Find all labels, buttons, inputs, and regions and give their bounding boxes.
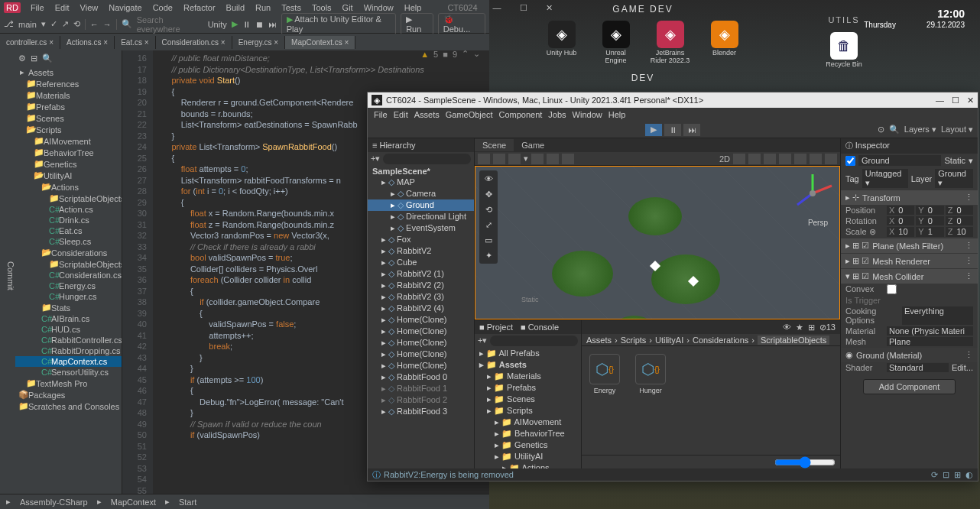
tree-item[interactable]: 📁TextMesh Pro <box>15 378 122 389</box>
editor-tab[interactable]: controller.cs × <box>0 36 60 49</box>
layer-dropdown[interactable]: Ground ▾ <box>935 169 973 188</box>
editor-tab[interactable]: Consideration.cs × <box>156 36 232 49</box>
breadcrumb-item[interactable]: Scripts <box>621 336 647 345</box>
tree-item[interactable]: 📂Considerations <box>15 247 122 258</box>
tag-dropdown[interactable]: Untagged ▾ <box>862 169 908 188</box>
tree-item[interactable]: C#Sleep.cs <box>15 236 122 247</box>
tree-item[interactable]: 📁Genetics <box>15 158 122 170</box>
recycle-bin[interactable]: 🗑 Recycle Bin <box>823 32 865 69</box>
project-tree-item[interactable]: ▸ 📁 Prefabs <box>475 382 581 394</box>
hierarchy-add-icon[interactable]: +▾ <box>371 154 380 164</box>
ide-menu-item[interactable]: Window <box>359 2 398 14</box>
attach-button[interactable]: ▶ Attach to Unity Editor & Play <box>281 13 396 35</box>
close-icon[interactable]: ✕ <box>967 96 974 105</box>
editor-tab[interactable]: MapContext.cs × <box>285 36 355 49</box>
run-button[interactable]: ▶ Run <box>401 13 433 35</box>
project-tree-item[interactable]: ▸ 📁 Genetics <box>475 439 581 451</box>
scene-viewport[interactable]: Static 👁✥⟲⤢▭✦ Persp <box>475 166 840 319</box>
solution-explorer[interactable]: ⚙⊟🔍 ▸Assets📁References📁Materials📁Prefabs… <box>15 50 122 494</box>
tree-item[interactable]: 📁Stats <box>15 302 122 313</box>
scene-game-tabs[interactable]: Scene Game <box>475 138 840 152</box>
tree-item[interactable]: 📂UtilityAI <box>15 170 122 181</box>
hierarchy-item[interactable]: ▸ ◇ Camera <box>368 188 474 199</box>
hierarchy-item[interactable]: ▸ ◇ RabbitFood 2 <box>368 394 474 406</box>
unity-menu-item[interactable]: Help <box>608 110 626 119</box>
mesh-collider-header[interactable]: ▾ ⊞ ☑ Mesh Collider⋮ <box>841 269 978 284</box>
tree-item[interactable]: C#SensorUtility.cs <box>15 367 122 378</box>
tree-item[interactable]: 📁AIMovement <box>15 135 122 147</box>
mesh-filter-header[interactable]: ▸ ⊞ ☑ Plane (Mesh Filter)⋮ <box>841 238 978 253</box>
tree-item[interactable]: C#Energy.cs <box>15 280 122 291</box>
tree-item[interactable]: 📂Scripts <box>15 124 122 135</box>
maximize-icon[interactable]: ☐ <box>952 96 959 105</box>
line-gutter[interactable]: 1617181920212223242526272829303132333435… <box>122 50 153 494</box>
hierarchy-item[interactable]: ▸ ◇ RabbitFood 1 <box>368 383 474 394</box>
ide-left-gutter[interactable]: CommitPull RequestsStructureBookmarks <box>0 50 15 494</box>
project-tree-item[interactable]: ▸ 📁 AIMovement <box>475 417 581 428</box>
material-field[interactable]: None (Physic Materi <box>887 326 973 336</box>
hierarchy-item[interactable]: ▸ ◇ RabbitFood 0 <box>368 371 474 383</box>
cooking-dropdown[interactable]: Everything <box>902 306 973 325</box>
ide-menu-item[interactable]: Build <box>222 2 249 14</box>
editor-tab[interactable]: Energy.cs × <box>232 36 285 49</box>
tree-item[interactable]: C#RabbitController.cs <box>15 335 122 345</box>
hierarchy-item[interactable]: ▸ ◇ RabbitV2 (4) <box>368 303 474 314</box>
project-tree-item[interactable]: ▸ 📁 Actions <box>475 462 581 468</box>
tree-item[interactable]: ▸Assets <box>15 66 122 78</box>
hierarchy-item[interactable]: ▸ ◇ Ground <box>368 199 474 211</box>
gameobject-name-field[interactable]: Ground <box>858 155 941 166</box>
minimize-icon[interactable]: — <box>936 96 944 105</box>
add-component-button[interactable]: Add Component <box>863 379 956 394</box>
pause-button[interactable]: ⏸ <box>664 124 681 136</box>
hierarchy-item[interactable]: ▸ ◇ Fox <box>368 234 474 245</box>
tree-item[interactable]: 📂Actions <box>15 181 122 193</box>
unity-menu-item[interactable]: Component <box>498 110 542 119</box>
tree-item[interactable]: 📁Scenes <box>15 112 122 124</box>
project-tree-item[interactable]: ▸ 📁 BehaviorTree <box>475 428 581 439</box>
inspection-widget[interactable]: ▲5 ■9 ⌃⌄ <box>420 49 480 59</box>
hierarchy-item[interactable]: ▸ ◇ Home(Clone) <box>368 349 474 360</box>
branch-name[interactable]: main <box>18 20 37 29</box>
material-header[interactable]: ◉ Ground (Material)⋮ <box>841 348 978 362</box>
tree-item[interactable]: C#AIBrain.cs <box>15 313 122 324</box>
hierarchy-item[interactable]: ▸ ◇ Home(Clone) <box>368 337 474 349</box>
ide-menu-item[interactable]: Git <box>338 2 358 14</box>
layout-dropdown[interactable]: Layout ▾ <box>941 125 973 135</box>
maximize-icon[interactable]: ☐ <box>515 2 532 15</box>
project-breadcrumb[interactable]: Assets›Scripts›UtilityAI›Considerations›… <box>582 334 840 346</box>
unity-menu-item[interactable]: Assets <box>414 110 440 119</box>
unity-menubar[interactable]: FileEditAssetsGameObjectComponentJobsWin… <box>368 108 978 122</box>
hierarchy-item[interactable]: ▸ ◇ Home(Clone) <box>368 360 474 371</box>
hierarchy-item[interactable]: ▸ ◇ Home(Clone) <box>368 326 474 337</box>
unity-menu-item[interactable]: Jobs <box>548 110 566 119</box>
hierarchy-item[interactable]: ▸ ◇ RabbitV2 (1) <box>368 268 474 280</box>
tree-item[interactable]: C#RabbitDropping.cs <box>15 345 122 356</box>
hierarchy-item[interactable]: ▸ ◇ RabbitV2 <box>368 245 474 257</box>
tree-item[interactable]: C#Drink.cs <box>15 215 122 225</box>
ide-menu-item[interactable]: Code <box>148 2 177 14</box>
tree-item[interactable]: 📁Materials <box>15 89 122 101</box>
hierarchy-item[interactable]: ▸ ◇ Directional Light <box>368 211 474 222</box>
unity-menu-item[interactable]: File <box>374 110 388 119</box>
ide-menu-item[interactable]: Refactor <box>179 2 220 14</box>
project-tree-item[interactable]: ▸ 📁 Scripts <box>475 405 581 417</box>
play-button[interactable]: ▶ <box>645 124 662 136</box>
ide-menu-item[interactable]: Run <box>251 2 275 14</box>
hierarchy-item[interactable]: ▸ ◇ EventSystem <box>368 222 474 234</box>
run-config[interactable]: Unity <box>208 20 227 29</box>
launcher-app[interactable]: ◈Unity Hub <box>540 21 583 65</box>
breadcrumb-item[interactable]: Considerations <box>693 336 748 345</box>
editor-tabs[interactable]: controller.cs ×Actions.cs ×Eat.cs ×Consi… <box>0 34 489 50</box>
tree-settings-icon[interactable]: ⚙ <box>18 53 26 63</box>
project-tree-item[interactable]: ▸ 📁 All Prefabs <box>475 348 581 359</box>
search-icon[interactable]: 🔍 <box>122 19 132 29</box>
gameobject-active-checkbox[interactable] <box>845 156 855 166</box>
breadcrumb-item[interactable]: Assets <box>586 336 612 345</box>
branch-icon[interactable]: ⎇ <box>4 19 14 29</box>
editor-tab[interactable]: Eat.cs × <box>115 36 155 49</box>
project-panel[interactable]: ■ Project■ Console +▾ ▸ 📁 All Prefabs▸ 📁… <box>475 320 582 468</box>
mesh-renderer-header[interactable]: ▸ ⊞ ☑ Mesh Renderer⋮ <box>841 254 978 268</box>
unity-menu-item[interactable]: GameObject <box>446 110 493 119</box>
tree-item[interactable]: C#Eat.cs <box>15 225 122 236</box>
tree-item[interactable]: 📁ScriptableObjects <box>15 193 122 204</box>
